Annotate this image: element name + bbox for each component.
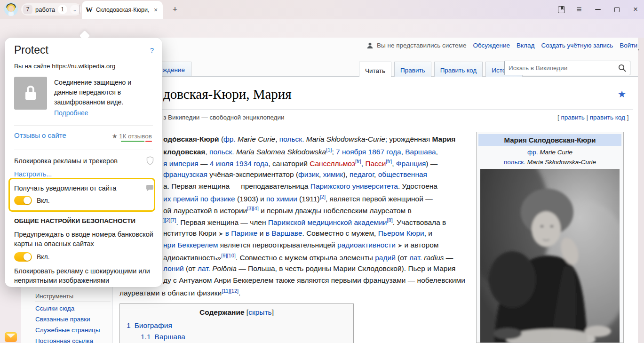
sidebar-tool-link[interactable]: Постоянная ссылка [35,337,100,343]
article-link[interactable]: физик [298,170,319,178]
article-link[interactable]: по химии [266,195,297,203]
edit-link[interactable]: править [561,114,585,121]
article-link[interactable]: я империя [163,160,199,168]
article-link[interactable]: Парижского университета [310,182,398,190]
new-tab-button[interactable]: + [169,4,181,15]
article-link[interactable]: фр. [223,135,236,143]
article-link[interactable]: лат. [409,254,422,262]
article-link[interactable]: 7 ноября 1867 года [336,148,401,156]
wiki-tab[interactable]: Править код [434,62,483,77]
shock-ads-label: Блокировать рекламу с шокирующими или [14,267,150,275]
reference-link[interactable]: [11][12] [222,288,239,294]
tab-discussion-partial[interactable]: ждение [159,62,191,76]
title-divider [119,110,633,110]
article-link[interactable]: Санселльмоз [310,160,355,168]
comment-icon [146,184,154,191]
article-link[interactable]: радиоактивности [337,241,396,249]
reference-link[interactable]: ][2][7] [163,217,176,223]
star-icon: ★ [112,133,118,140]
section-edit-links: [ править | править код ] [557,114,628,121]
window-close-button[interactable]: × [629,4,642,15]
personal-link[interactable]: Создать учётную запись [541,42,613,49]
article-text: (1911) [297,195,320,203]
profile-avatar[interactable] [4,2,18,16]
window-maximize-button[interactable] [611,4,623,15]
article-text: . [239,289,240,297]
article-link[interactable]: педагог [350,170,374,178]
article-link[interactable]: нри Беккерелем [163,241,218,249]
toc-item[interactable]: 1.1Варшава [141,333,353,341]
tab-bar: 7 работа 1 ⌄ W Склодовская-Кюри, Ма × + … [0,0,644,19]
tab-title: Склодовская-Кюри, Ма [96,7,151,13]
article-text: ду с Антуаном Анри Беккерелем также явля… [163,276,465,284]
article-link[interactable]: польск. [209,148,234,156]
configure-link[interactable]: Настроить... [14,170,52,178]
reference-link[interactable]: [9][10] [221,253,236,258]
toc-link[interactable]: Биография [135,321,172,329]
toolbar: ← Я ⟳ https://ru.wikipedia.org/wiki/Скло… [0,19,644,38]
active-tab[interactable]: W Склодовская-Кюри, Ма × [82,1,163,19]
article-text: , [436,148,438,156]
article-text: — Польша, в честь родины Марии Склодовск… [237,264,456,272]
sidebar-tool-link[interactable]: Связанные правки [35,316,100,323]
browser-menu-icon[interactable]: ≡ [573,4,585,15]
more-details-link[interactable]: Подробнее [54,109,88,117]
page-tabs: ЧитатьПравитьПравить кодИстория [359,62,525,77]
site-reviews-link[interactable]: Отзывы о сайте [14,131,66,139]
article-link[interactable]: общественная [378,170,427,178]
sidebar-tool-link[interactable]: Ссылки сюда [35,305,100,312]
wiki-tab[interactable]: Читать [359,62,391,77]
search-icon[interactable] [618,64,626,72]
reviews-count: ★1К отзывов [112,132,152,140]
article-link[interactable]: Франция [396,160,426,168]
article-link[interactable]: Пасси [365,160,386,168]
article-link[interactable]: 4 июля 1934 года [210,160,269,168]
sidebar-tool-link[interactable]: Служебные страницы [35,327,100,334]
article-link[interactable]: польск. [279,135,304,143]
article-link[interactable]: лат. [198,264,210,272]
personal-link[interactable]: Вклад [517,42,534,49]
help-icon[interactable]: ? [150,46,154,54]
notifications-toggle[interactable] [14,196,32,205]
watchlist-star-icon[interactable]: ★ [618,88,626,100]
article-link[interactable]: их премий по физике [163,195,235,203]
article-link[interactable]: Варшава [405,148,436,156]
edit-code-link[interactable]: править код [590,114,625,121]
article-text: ой лауреаткой в истории [163,207,247,215]
portrait-photo[interactable] [480,169,620,343]
article-line: французская учёная-экспериментатор (физи… [163,170,427,179]
article-link[interactable]: радий [375,254,396,262]
reference-link[interactable]: [fr] [386,159,392,164]
tab-group[interactable]: 7 работа 1 ⌄ [21,3,81,16]
article-link[interactable]: в Париже [225,229,258,237]
toc-item[interactable]: 1Биография [127,321,353,330]
reference-link[interactable]: [3][4] [247,206,258,211]
toc-link[interactable]: Варшава [155,333,185,341]
reference-link[interactable]: [1] [326,147,332,152]
wiki-tab[interactable]: Править [394,62,431,77]
side-panel-icon[interactable] [555,4,567,15]
article-link[interactable]: лоний [163,264,184,272]
article-link[interactable]: французская [163,170,207,178]
article-link[interactable]: в Варшаве [266,229,302,237]
article-link[interactable]: Парижской медицинской академии [268,218,387,226]
window-minimize-button[interactable] [592,4,604,15]
article-link[interactable]: Пьером Кюри [378,229,424,237]
reference-link[interactable]: [8] [387,217,393,223]
personal-link[interactable]: Войти [620,42,637,49]
table-of-contents: Содержание [скрыть] 1Биография1.1Варшава [119,303,354,343]
article-link[interactable]: химик [323,170,343,178]
tab-close-icon[interactable]: × [154,6,158,14]
personal-link[interactable]: Обсуждение [473,42,510,49]
mail-icon[interactable] [5,332,17,342]
wiki-search-box[interactable]: Искать в Википедии [504,61,630,75]
toc-number: 1.1 [141,333,151,341]
article-line: ой лауреаткой в истории[3][4] и первым д… [163,206,412,215]
bankcard-toggle[interactable] [14,252,32,262]
toc-hide-link[interactable]: скрыть [248,308,271,316]
reference-link[interactable]: [fr] [355,159,361,164]
chevron-down-icon[interactable]: ⌄ [70,5,80,14]
reference-link[interactable]: [2] [320,194,326,199]
tab-separator [79,5,80,14]
secure-connection-text: Соединение защищено и данные передаются … [54,78,155,107]
